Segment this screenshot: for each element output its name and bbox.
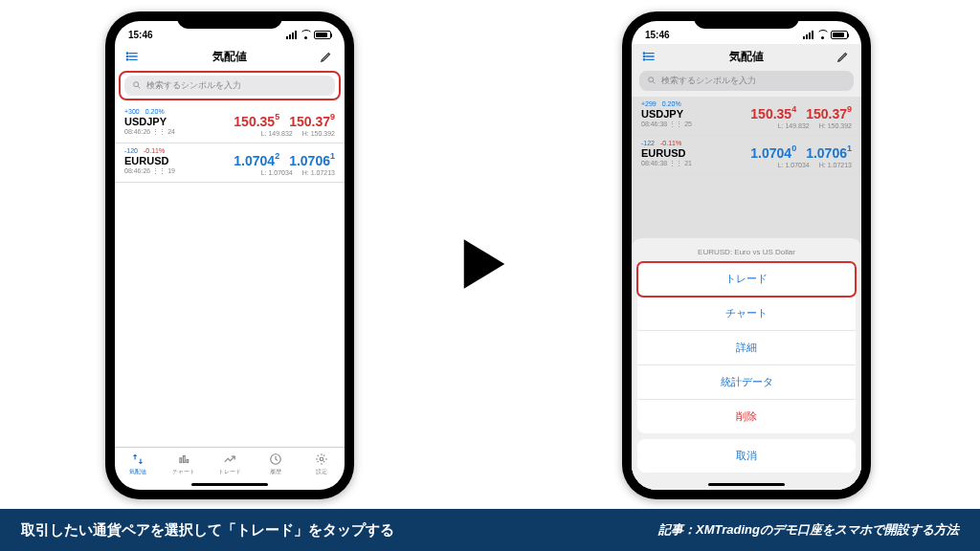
sheet-trade[interactable]: トレード [637,262,856,297]
search-placeholder: 検索するシンボルを入力 [146,79,241,92]
symbol-row[interactable]: -122 -0.11% EURUSD 08:46:38 ⋮⋮ 21 1.0704… [632,136,861,175]
svg-rect-9 [183,456,185,463]
sheet-stats[interactable]: 統計データ [637,365,856,400]
sheet-chart[interactable]: チャート [637,297,856,331]
svg-marker-13 [464,239,505,288]
page-title: 気配値 [658,49,835,65]
symbol-row[interactable]: +299 0.20% USDJPY 08:46:38 ⋮⋮ 25 150.354… [632,97,861,136]
app-header: 気配値 [115,44,345,71]
svg-point-5 [126,59,127,60]
clock-icon [268,452,283,467]
signal-icon [803,31,813,39]
search-placeholder: 検索するシンボルを入力 [661,75,756,87]
search-icon [647,76,657,87]
svg-point-3 [126,53,127,54]
svg-point-17 [643,53,644,54]
search-wrap: 検索するシンボルを入力 [632,71,861,97]
arrows-icon [130,452,145,467]
status-time: 15:46 [128,30,153,40]
search-input[interactable]: 検索するシンボルを入力 [124,76,335,96]
page-title: 気配値 [142,49,318,65]
svg-point-18 [643,55,644,56]
article-ref: 記事：XMTradingのデモ口座をスマホで開設する方法 [658,521,959,539]
edit-icon[interactable] [318,48,335,65]
svg-line-21 [653,81,655,83]
symbol-row[interactable]: -120 -0.11% EURUSD 08:46:26 ⋮⋮ 19 1.0704… [115,143,345,183]
svg-point-12 [320,457,323,461]
app-header: 気配値 [632,44,861,71]
action-sheet: EURUSD: Euro vs US Dollar トレード チャート 詳細 統… [632,238,861,490]
search-input[interactable]: 検索するシンボルを入力 [639,71,854,91]
svg-point-6 [134,81,139,86]
svg-point-20 [649,77,654,81]
sheet-details[interactable]: 詳細 [637,331,856,365]
symbol-row[interactable]: +300 0.20% USDJPY 08:46:26 ⋮⋮ 24 150.355… [115,104,345,143]
gear-icon [314,452,329,467]
search-wrap-highlighted: 検索するシンボルを入力 [119,71,341,100]
caption-footer: 取引したい通貨ペアを選択して「トレード」をタップする 記事：XMTradingの… [0,509,980,551]
tab-settings[interactable]: 設定 [299,452,345,476]
notch [694,11,799,29]
sheet-header: EURUSD: Euro vs US Dollar [637,244,856,262]
list-icon[interactable] [641,48,658,65]
status-time: 15:46 [645,30,670,40]
wifi-icon [300,31,311,39]
chart-icon [176,452,191,467]
symbol-list: +300 0.20% USDJPY 08:46:26 ⋮⋮ 24 150.355… [115,104,345,447]
sheet-delete[interactable]: 削除 [637,400,856,433]
svg-line-7 [138,86,140,88]
trade-icon [222,452,237,467]
battery-icon [831,31,848,39]
arrow-icon [457,234,511,298]
list-icon[interactable] [124,48,142,65]
caption-text: 取引したい通貨ペアを選択して「トレード」をタップする [21,521,394,540]
phone-right: 15:46 気配値 [622,11,871,499]
svg-point-4 [126,55,127,56]
search-icon [132,80,142,92]
home-indicator [115,478,345,490]
tab-chart[interactable]: チャート [161,452,207,476]
tab-trade[interactable]: トレード [207,452,253,476]
tab-quotes[interactable]: 気配値 [115,452,161,476]
edit-icon[interactable] [835,48,852,65]
sheet-cancel[interactable]: 取消 [637,439,856,473]
tab-history[interactable]: 履歴 [253,452,299,476]
battery-icon [314,31,331,39]
home-indicator [637,478,856,490]
phone-left: 15:46 気配値 [105,11,354,499]
signal-icon [286,31,297,39]
svg-rect-8 [180,458,182,463]
svg-rect-10 [187,460,189,463]
svg-point-19 [643,59,644,60]
wifi-icon [816,31,828,39]
notch [177,11,282,29]
tab-bar: 気配値 チャート トレード 履歴 設定 [115,447,345,478]
